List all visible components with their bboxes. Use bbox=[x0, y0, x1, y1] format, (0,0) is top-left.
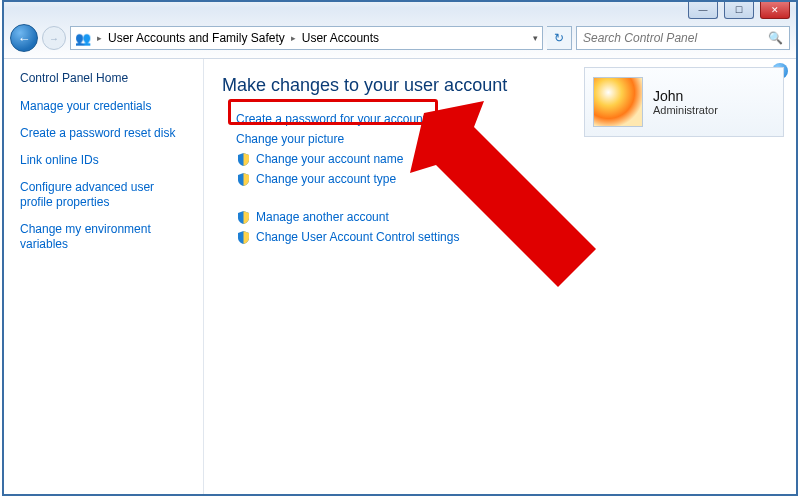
maximize-button[interactable]: ☐ bbox=[724, 2, 754, 19]
chevron-right-icon: ▸ bbox=[97, 33, 102, 43]
sidebar-link-credentials[interactable]: Manage your credentials bbox=[20, 99, 190, 114]
option-label: Manage another account bbox=[256, 210, 389, 224]
option-label: Create a password for your account bbox=[236, 112, 426, 126]
arrow-right-icon: → bbox=[49, 33, 59, 44]
arrow-left-icon: ← bbox=[18, 31, 31, 46]
sidebar-link-profile-props[interactable]: Configure advanced user profile properti… bbox=[20, 180, 190, 210]
address-dropdown-icon[interactable]: ▾ bbox=[533, 33, 538, 43]
control-panel-window: — ☐ ✕ ← → 👥 ▸ User Accounts and Family S… bbox=[2, 0, 798, 496]
option-uac-settings[interactable]: Change User Account Control settings bbox=[236, 230, 778, 244]
refresh-button[interactable]: ↻ bbox=[547, 26, 572, 50]
search-input[interactable]: Search Control Panel 🔍 bbox=[576, 26, 790, 50]
sidebar-link-reset-disk[interactable]: Create a password reset disk bbox=[20, 126, 190, 141]
user-role-label: Administrator bbox=[653, 104, 718, 116]
breadcrumb-page[interactable]: User Accounts bbox=[302, 31, 379, 45]
user-accounts-icon: 👥 bbox=[75, 30, 91, 46]
option-change-name[interactable]: Change your account name bbox=[236, 152, 778, 166]
option-label: Change your account name bbox=[256, 152, 403, 166]
uac-shield-icon bbox=[236, 152, 250, 166]
option-label: Change your picture bbox=[236, 132, 344, 146]
address-bar[interactable]: 👥 ▸ User Accounts and Family Safety ▸ Us… bbox=[70, 26, 543, 50]
user-account-tile[interactable]: John Administrator bbox=[584, 67, 784, 137]
close-button[interactable]: ✕ bbox=[760, 2, 790, 19]
user-avatar-icon bbox=[593, 77, 643, 127]
search-placeholder: Search Control Panel bbox=[583, 31, 697, 45]
forward-button[interactable]: → bbox=[42, 26, 66, 50]
user-name-label: John bbox=[653, 88, 718, 104]
minimize-button[interactable]: — bbox=[688, 2, 718, 19]
content-region: ? Make changes to your user account Crea… bbox=[204, 59, 796, 494]
uac-shield-icon bbox=[236, 210, 250, 224]
option-label: Change User Account Control settings bbox=[256, 230, 459, 244]
search-icon: 🔍 bbox=[768, 31, 783, 45]
option-label: Change your account type bbox=[256, 172, 396, 186]
refresh-icon: ↻ bbox=[554, 31, 564, 45]
uac-shield-icon bbox=[236, 230, 250, 244]
window-controls: — ☐ ✕ bbox=[688, 2, 790, 19]
sidebar-heading[interactable]: Control Panel Home bbox=[20, 71, 193, 85]
body-region: Control Panel Home Manage your credentia… bbox=[4, 58, 796, 494]
sidebar: Control Panel Home Manage your credentia… bbox=[4, 59, 204, 494]
breadcrumb-root[interactable]: User Accounts and Family Safety bbox=[108, 31, 285, 45]
nav-row: ← → 👥 ▸ User Accounts and Family Safety … bbox=[10, 24, 790, 52]
user-info: John Administrator bbox=[653, 88, 718, 116]
uac-shield-icon bbox=[236, 172, 250, 186]
back-button[interactable]: ← bbox=[10, 24, 38, 52]
option-change-type[interactable]: Change your account type bbox=[236, 172, 778, 186]
chevron-right-icon: ▸ bbox=[291, 33, 296, 43]
sidebar-link-online-ids[interactable]: Link online IDs bbox=[20, 153, 190, 168]
option-manage-another[interactable]: Manage another account bbox=[236, 210, 778, 224]
sidebar-link-env-vars[interactable]: Change my environment variables bbox=[20, 222, 190, 252]
